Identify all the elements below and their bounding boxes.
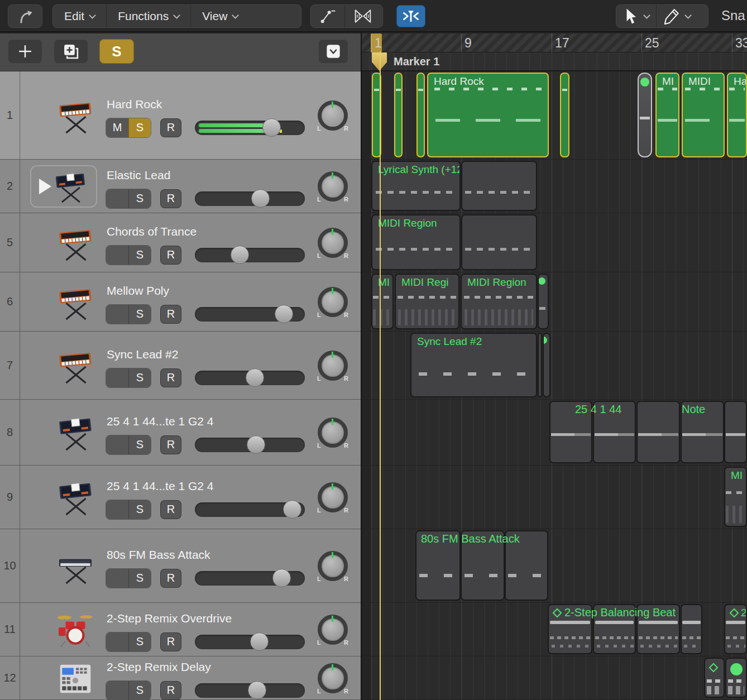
volume-knob[interactable] bbox=[262, 118, 281, 137]
volume-slider[interactable] bbox=[195, 683, 305, 698]
volume-knob[interactable] bbox=[250, 632, 269, 651]
track-header-12[interactable]: 122-Step Remix DelaySRLR bbox=[0, 656, 362, 700]
patch-play-button[interactable] bbox=[30, 165, 97, 208]
mute-button[interactable]: M bbox=[106, 118, 128, 137]
midi-region[interactable]: MIDI Region bbox=[461, 274, 537, 329]
midi-region[interactable] bbox=[725, 658, 747, 698]
pan-knob[interactable]: LR bbox=[318, 171, 348, 202]
volume-knob[interactable] bbox=[231, 246, 249, 264]
track-lane-8[interactable]: 25 4 1 44Note bbox=[362, 400, 747, 466]
volume-slider[interactable] bbox=[195, 307, 305, 322]
track-lane-2[interactable]: Lyrical Synth (+12) bbox=[362, 160, 747, 213]
record-enable-button[interactable]: R bbox=[160, 569, 181, 588]
midi-region-selected[interactable] bbox=[416, 73, 425, 157]
volume-slider[interactable] bbox=[195, 248, 305, 262]
volume-slider[interactable] bbox=[195, 191, 305, 206]
pan-knob[interactable]: LR bbox=[318, 663, 348, 693]
flex-button[interactable] bbox=[345, 5, 381, 27]
pan-knob[interactable]: LR bbox=[318, 100, 348, 131]
track-name[interactable]: Mellow Poly bbox=[107, 284, 169, 298]
playhead[interactable] bbox=[380, 51, 381, 700]
midi-region[interactable] bbox=[461, 214, 537, 270]
volume-slider[interactable] bbox=[195, 438, 305, 452]
command-click-tool-menu[interactable] bbox=[657, 5, 697, 27]
track-name[interactable]: 25 4 1 44...te 1 G2 4 bbox=[107, 415, 213, 428]
volume-knob[interactable] bbox=[248, 681, 266, 699]
pan-knob[interactable]: LR bbox=[318, 615, 348, 645]
solo-button[interactable]: S bbox=[128, 632, 151, 651]
midi-region-selected[interactable]: Hard Rock bbox=[427, 73, 549, 157]
volume-slider[interactable] bbox=[195, 571, 305, 586]
midi-region[interactable] bbox=[681, 604, 702, 654]
midi-region[interactable] bbox=[636, 401, 680, 463]
midi-region[interactable] bbox=[543, 333, 550, 397]
record-enable-button[interactable]: R bbox=[160, 118, 181, 137]
midi-region[interactable] bbox=[704, 658, 725, 698]
record-enable-button[interactable]: R bbox=[160, 632, 181, 651]
track-name[interactable]: Elastic Lead bbox=[107, 169, 170, 182]
midi-region[interactable]: MI bbox=[371, 274, 394, 329]
solo-button[interactable]: S bbox=[128, 681, 151, 700]
solo-button[interactable]: S bbox=[128, 118, 151, 137]
mute-button[interactable] bbox=[106, 500, 128, 519]
pan-knob[interactable]: LR bbox=[318, 418, 348, 448]
mute-button[interactable] bbox=[106, 632, 128, 651]
track-header-5[interactable]: 5Chords of TranceSRLR bbox=[0, 213, 362, 272]
midi-region[interactable] bbox=[538, 274, 549, 329]
track-name[interactable]: 80s FM Bass Attack bbox=[107, 548, 210, 562]
bar-ruler[interactable]: 19172533 bbox=[362, 33, 747, 52]
record-enable-button[interactable]: R bbox=[160, 681, 181, 700]
mute-button[interactable] bbox=[106, 681, 128, 700]
panel-divider[interactable] bbox=[361, 32, 362, 700]
midi-region[interactable] bbox=[638, 73, 652, 157]
midi-region[interactable]: MI bbox=[724, 467, 747, 527]
track-lane-7[interactable]: Sync Lead #2 bbox=[362, 332, 747, 400]
functions-menu[interactable]: Functions bbox=[107, 5, 191, 27]
track-header-1[interactable]: 1Hard RockMSRLR bbox=[0, 71, 362, 160]
mute-button[interactable] bbox=[106, 305, 128, 324]
pan-knob[interactable]: LR bbox=[318, 482, 348, 512]
track-lane-11[interactable]: 22-Step Balancing Beat bbox=[362, 603, 747, 656]
volume-slider[interactable] bbox=[195, 502, 305, 517]
volume-knob[interactable] bbox=[246, 368, 264, 387]
midi-region[interactable] bbox=[461, 161, 537, 211]
catch-playhead-button[interactable] bbox=[396, 5, 425, 27]
midi-region[interactable]: MIDI Regi bbox=[395, 274, 459, 329]
track-lane-9[interactable]: MI bbox=[362, 466, 747, 529]
mute-button[interactable] bbox=[106, 569, 128, 588]
track-header-8[interactable]: 825 4 1 44...te 1 G2 4SRLR bbox=[0, 400, 362, 466]
solo-button[interactable]: S bbox=[128, 368, 151, 387]
solo-mode-button[interactable]: S bbox=[99, 39, 134, 64]
track-header-options-button[interactable] bbox=[318, 39, 348, 64]
marker-lane[interactable]: Marker 1 bbox=[362, 52, 747, 71]
snap-menu[interactable]: Sna bbox=[721, 8, 745, 23]
pan-knob[interactable]: LR bbox=[318, 351, 348, 381]
record-enable-button[interactable]: R bbox=[160, 305, 181, 324]
volume-knob[interactable] bbox=[272, 569, 291, 587]
track-lane-5[interactable]: MIDI Region bbox=[362, 213, 747, 272]
midi-region[interactable] bbox=[724, 401, 747, 463]
add-track-button[interactable] bbox=[8, 39, 42, 64]
midi-region-selected[interactable] bbox=[394, 73, 403, 157]
volume-slider[interactable] bbox=[195, 371, 305, 385]
track-name[interactable]: Hard Rock bbox=[107, 98, 162, 111]
track-lane-6[interactable]: MIMIDI RegiMIDI Region bbox=[362, 272, 747, 332]
solo-button[interactable]: S bbox=[128, 246, 151, 265]
record-enable-button[interactable]: R bbox=[160, 435, 181, 454]
volume-knob[interactable] bbox=[247, 435, 265, 454]
volume-knob[interactable] bbox=[251, 189, 270, 208]
track-name[interactable]: Sync Lead #2 bbox=[107, 348, 178, 361]
midi-region[interactable]: 2 bbox=[724, 604, 747, 654]
pan-knob[interactable]: LR bbox=[318, 287, 348, 317]
track-header-9[interactable]: 925 4 1 44...te 1 G2 4SRLR bbox=[0, 466, 362, 529]
mute-button[interactable] bbox=[106, 246, 128, 265]
track-header-10[interactable]: 1080s FM Bass AttackSRLR bbox=[0, 529, 362, 603]
midi-region-selected[interactable]: MIDI bbox=[682, 73, 725, 157]
duplicate-track-button[interactable] bbox=[54, 39, 88, 64]
track-name[interactable]: Chords of Trance bbox=[107, 225, 197, 238]
record-enable-button[interactable]: R bbox=[160, 246, 181, 265]
midi-region[interactable] bbox=[538, 333, 542, 397]
pan-knob[interactable]: LR bbox=[318, 551, 348, 581]
midi-region-selected[interactable]: Ha bbox=[727, 73, 747, 157]
midi-region[interactable]: Sync Lead #2 bbox=[410, 333, 537, 397]
